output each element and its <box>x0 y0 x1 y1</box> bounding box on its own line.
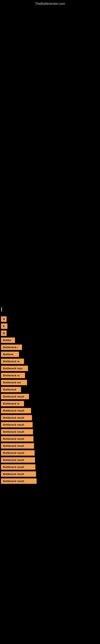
page-wrapper: TheBottlenecker.com | BEBBottlerBottlene… <box>0 0 100 484</box>
site-title: TheBottlenecker.com <box>0 0 100 7</box>
bottleneck-item-22: Bottleneck result <box>1 464 35 470</box>
bottleneck-item-10: Bottleneck res <box>1 380 27 385</box>
bottleneck-item-6: Bottlene <box>1 352 19 357</box>
bottleneck-item-23: Bottleneck result <box>1 471 36 477</box>
bottleneck-item-14: Bottleneck result <box>1 408 31 413</box>
bottleneck-item-3: B <box>1 330 7 336</box>
bottleneck-item-2: E <box>1 324 7 329</box>
bottleneck-item-17: Bottleneck result <box>1 429 33 434</box>
bottleneck-item-20: Bottleneck result <box>1 450 35 456</box>
bottleneck-item-12: Bottleneck result <box>1 394 29 399</box>
bottleneck-item-13: Bottleneck re <box>1 401 24 406</box>
bottleneck-item-4: Bottler <box>1 338 15 343</box>
chart-area <box>0 7 100 304</box>
bottleneck-item-21: Bottleneck result <box>1 457 35 463</box>
bottleneck-item-11: Bottleneck <box>1 387 21 392</box>
label-text: | <box>0 304 100 314</box>
bottleneck-item-15: Bottleneck result <box>1 415 32 420</box>
bottleneck-item-19: Bottleneck result <box>1 443 34 448</box>
bottleneck-item-9: Bottleneck ra <box>1 373 25 378</box>
bottleneck-item-1: B <box>1 316 7 322</box>
bottleneck-item-16: Bottleneck result <box>1 422 33 428</box>
bottleneck-item-18: Bottleneck result <box>1 436 33 442</box>
items-container: BEBBottlerBottleneck rBottleneBottleneck… <box>0 314 100 484</box>
bottleneck-item-7: Bottleneck re <box>1 359 24 364</box>
bottleneck-item-5: Bottleneck r <box>1 344 22 350</box>
bottleneck-item-24: Bottleneck result <box>1 478 37 484</box>
bottleneck-item-8: Bottleneck resu <box>1 366 28 371</box>
